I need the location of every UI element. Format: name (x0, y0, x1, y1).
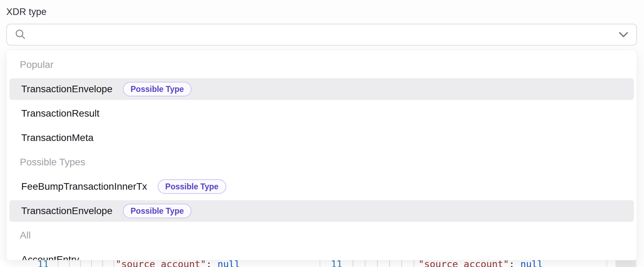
indent-guide (365, 260, 366, 267)
indent-guide (353, 260, 353, 267)
editor-split-divider[interactable] (320, 260, 320, 267)
chevron-down-icon[interactable] (618, 31, 629, 38)
indent-guide (91, 260, 92, 267)
possible-type-badge: Possible Type (123, 204, 191, 218)
search-input[interactable] (32, 29, 614, 40)
option-label: TransactionEnvelope (21, 205, 112, 217)
search-icon (15, 29, 26, 41)
dropdown-section-header-popular: Popular (7, 53, 637, 77)
indent-guide (377, 260, 378, 267)
right-editor-code-line[interactable]: "source_account": null (418, 260, 543, 267)
left-editor-line-number: 11 (28, 260, 49, 267)
editor-scrollbar-track[interactable] (615, 260, 636, 267)
left-editor-code-line[interactable]: "source_account": null (116, 260, 240, 267)
option-label: FeeBumpTransactionInnerTx (21, 181, 147, 192)
xdr-json-editors: 11 "source_account": null 11 "source_acc… (0, 260, 637, 267)
indent-guide (414, 260, 414, 267)
option-label: AccountEntry (21, 254, 79, 260)
possible-type-badge: Possible Type (158, 179, 226, 194)
option-label: TransactionMeta (21, 132, 94, 143)
xdr-type-dropdown-list: Popular TransactionEnvelope Possible Typ… (6, 50, 637, 260)
dropdown-option-transactionresult[interactable]: TransactionResult (9, 103, 634, 124)
option-label: TransactionEnvelope (21, 84, 112, 95)
right-editor-line-number: 11 (322, 260, 342, 267)
dropdown-option-feebumptransactioninnertx[interactable]: FeeBumpTransactionInnerTx Possible Type (9, 176, 634, 197)
option-label: TransactionResult (21, 108, 100, 119)
indent-guide (401, 260, 402, 267)
dropdown-option-transactionmeta[interactable]: TransactionMeta (9, 127, 634, 149)
xdr-type-combobox[interactable] (6, 24, 637, 46)
dropdown-section-header-possible-types: Possible Types (7, 150, 637, 174)
dropdown-option-accountentry[interactable]: AccountEntry (9, 249, 634, 260)
xdr-type-label: XDR type (6, 7, 47, 17)
dropdown-option-transactionenvelope-possible[interactable]: TransactionEnvelope Possible Type (9, 200, 634, 222)
indent-guide (69, 260, 70, 267)
dropdown-option-transactionenvelope-popular[interactable]: TransactionEnvelope Possible Type (9, 78, 634, 100)
indent-guide (389, 260, 390, 267)
indent-guide (58, 260, 58, 267)
possible-type-badge: Possible Type (123, 82, 191, 96)
dropdown-section-header-all: All (7, 223, 637, 248)
indent-guide (113, 260, 114, 267)
editor-right-edge-divider (606, 260, 607, 267)
indent-guide (102, 260, 103, 267)
indent-guide (80, 260, 81, 267)
